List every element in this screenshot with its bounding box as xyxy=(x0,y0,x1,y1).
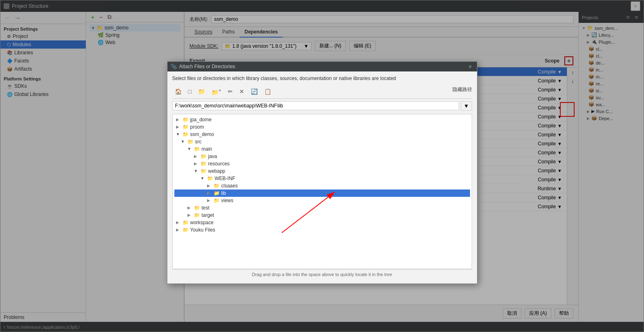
dtree-arrow-test: ▶ xyxy=(187,205,192,210)
dtree-icon-resources: 📁 xyxy=(201,161,207,167)
dtree-arrow-workspace: ▶ xyxy=(176,220,181,225)
dtree-label-target: target xyxy=(202,212,214,218)
dtree-icon-src: 📁 xyxy=(187,139,194,145)
dialog-delete-button[interactable]: ✕ xyxy=(237,86,247,97)
attach-files-dialog: 📎 Attach Files or Directories × Select f… xyxy=(167,61,477,284)
dtree-arrow-proom: ▶ xyxy=(176,125,181,129)
dtree-label-views: views xyxy=(221,198,234,203)
dtree-icon-test: 📁 xyxy=(194,205,200,211)
dtree-label-test: test xyxy=(202,205,209,211)
dtree-label-webapp: webapp xyxy=(208,168,225,174)
dtree-icon-ssm-demo: 📁 xyxy=(183,131,189,137)
dtree-label-resources: resources xyxy=(208,161,230,167)
dialog-toolbar: 🏠 □ 📁 📁+ ✏ ✕ 🔄 📋 隐藏路径 xyxy=(172,85,472,99)
dtree-arrow-resources: ▶ xyxy=(194,161,199,166)
dtree-item-target[interactable]: ▶ 📁 target xyxy=(174,212,470,219)
dialog-icon: 📎 xyxy=(171,64,177,69)
dialog-new-folder-button[interactable]: 📁+ xyxy=(209,86,224,97)
dtree-icon-lib: 📁 xyxy=(214,190,220,196)
dialog-open-folder-button[interactable]: 📁 xyxy=(196,86,207,97)
dtree-label-jpa-dome: jpa_dome xyxy=(190,117,212,123)
dtree-arrow-lib: ▶ xyxy=(207,191,212,195)
dtree-item-views[interactable]: ▶ 📁 views xyxy=(174,197,470,204)
dialog-clipboard-button[interactable]: 📋 xyxy=(262,86,274,97)
dialog-close-button[interactable]: × xyxy=(467,63,473,70)
dtree-arrow-jpa-dome: ▶ xyxy=(176,117,181,122)
dtree-arrow-main: ▼ xyxy=(187,147,192,151)
dtree-arrow-webapp: ▼ xyxy=(194,169,199,173)
dtree-icon-java: 📁 xyxy=(201,154,207,159)
dtree-item-main[interactable]: ▼ 📁 main xyxy=(174,145,470,153)
dtree-icon-webapp: 📁 xyxy=(201,168,207,174)
dtree-arrow-ssm-demo: ▼ xyxy=(176,132,181,136)
dialog-desktop-button[interactable]: □ xyxy=(186,86,194,97)
dialog-body: Select files or directories in which lib… xyxy=(167,71,477,283)
dtree-arrow-java: ▶ xyxy=(194,154,199,158)
dialog-footer-text: Drag and drop a file into the space abov… xyxy=(252,272,392,277)
dtree-arrow-src: ▼ xyxy=(181,139,186,144)
dtree-label-clsaaes: clsaaes xyxy=(221,183,238,189)
dtree-label-workspace: workspace xyxy=(190,220,214,225)
dtree-item-workspace[interactable]: ▶ 📁 workspace xyxy=(174,219,470,226)
dtree-arrow-youku: ▶ xyxy=(176,227,181,232)
dialog-edit-button[interactable]: ✏ xyxy=(225,86,235,97)
dialog-file-tree: ▶ 📁 jpa_dome ▶ 📁 proom ▼ 📁 ssm_demo xyxy=(172,114,472,269)
dtree-item-ssm-demo[interactable]: ▼ 📁 ssm_demo xyxy=(174,131,470,138)
dtree-item-clsaaes[interactable]: ▶ 📁 clsaaes xyxy=(174,182,470,189)
dtree-icon-proom: 📁 xyxy=(183,124,189,130)
dialog-title: Attach Files or Directories xyxy=(179,64,235,69)
dtree-icon-workspace: 📁 xyxy=(183,220,189,225)
dtree-item-test[interactable]: ▶ 📁 test xyxy=(174,204,470,212)
dialog-path-row: ▼ xyxy=(172,101,472,111)
dtree-label-webinf: WEB-INF xyxy=(215,176,236,181)
dialog-footer: Drag and drop a file into the space abov… xyxy=(172,269,472,279)
dtree-item-webinf[interactable]: ▼ 📁 WEB-INF xyxy=(174,175,470,182)
dtree-label-java: java xyxy=(208,154,217,159)
dialog-path-browse-button[interactable]: ▼ xyxy=(461,101,472,111)
dtree-label-main: main xyxy=(202,146,212,152)
dialog-path-input[interactable] xyxy=(172,101,459,110)
dtree-label-lib: lib xyxy=(221,190,226,196)
dtree-item-webapp[interactable]: ▼ 📁 webapp xyxy=(174,167,470,175)
dtree-item-youku[interactable]: ▶ 📁 Youku Files xyxy=(174,226,470,234)
dtree-item-proom[interactable]: ▶ 📁 proom xyxy=(174,123,470,131)
dialog-overlay: 📎 Attach Files or Directories × Select f… xyxy=(0,0,644,332)
dtree-arrow-clsaaes: ▶ xyxy=(207,183,212,188)
dtree-icon-clsaaes: 📁 xyxy=(214,183,220,189)
dtree-item-resources[interactable]: ▶ 📁 resources xyxy=(174,160,470,167)
dtree-icon-jpa-dome: 📁 xyxy=(183,117,189,123)
dtree-icon-main: 📁 xyxy=(194,146,200,152)
dtree-arrow-webinf: ▼ xyxy=(201,176,205,180)
dtree-label-src: src xyxy=(195,139,202,145)
dtree-label-ssm-demo: ssm_demo xyxy=(190,131,214,137)
dialog-title-bar: 📎 Attach Files or Directories × xyxy=(167,62,477,71)
dtree-arrow-target: ▶ xyxy=(187,213,192,217)
dtree-icon-views: 📁 xyxy=(214,198,220,203)
dialog-description: Select files or directories in which lib… xyxy=(172,76,472,81)
dtree-icon-youku: 📁 xyxy=(183,227,189,233)
dtree-label-youku: Youku Files xyxy=(190,227,216,233)
dtree-item-jpa-dome[interactable]: ▶ 📁 jpa_dome xyxy=(174,116,470,123)
dtree-item-src[interactable]: ▼ 📁 src xyxy=(174,138,470,145)
dtree-arrow-views: ▶ xyxy=(207,198,212,203)
dtree-label-proom: proom xyxy=(190,124,204,130)
dtree-icon-target: 📁 xyxy=(194,212,200,218)
dtree-item-lib[interactable]: ▶ 📁 lib xyxy=(174,189,470,197)
dtree-item-java[interactable]: ▶ 📁 java xyxy=(174,153,470,160)
dtree-icon-webinf: 📁 xyxy=(207,176,213,181)
dialog-refresh-button[interactable]: 🔄 xyxy=(248,86,260,97)
hide-paths-button[interactable]: 隐藏路径 xyxy=(452,86,472,97)
dialog-home-button[interactable]: 🏠 xyxy=(172,86,184,97)
